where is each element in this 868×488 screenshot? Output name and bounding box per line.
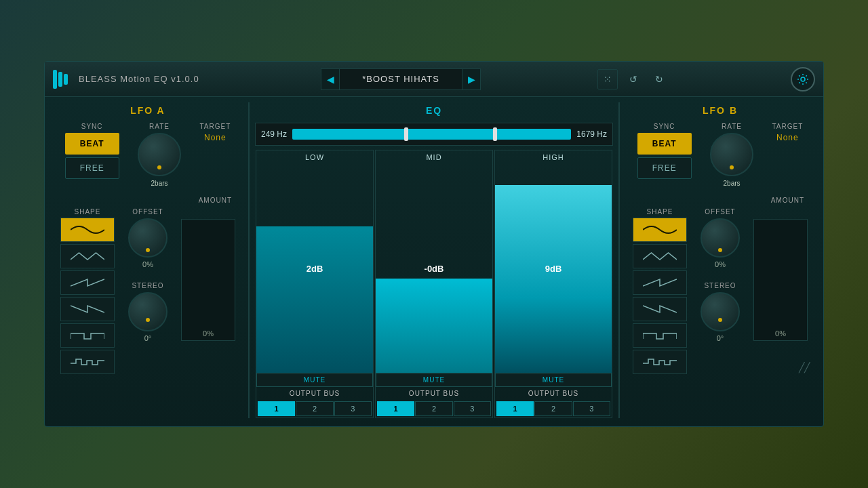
lfo-a-target-label: TARGET: [199, 123, 231, 130]
lfo-b-sync-col: SYNC BEAT FREE: [637, 123, 692, 179]
lfo-a-stereo-knob[interactable]: [128, 292, 167, 331]
divider-left: [248, 102, 250, 418]
lfo-a-amount-bar[interactable]: 0%: [181, 219, 235, 341]
eq-band-low-output-bus-label: OUTPUT BUS: [256, 388, 373, 399]
lfo-a-target-value: None: [204, 133, 226, 142]
lfo-b-shape-square[interactable]: [633, 323, 687, 348]
eq-title: EQ: [255, 102, 613, 119]
lfo-a-rate-value: 2bars: [151, 180, 168, 187]
lfo-a-shape-label: SHAPE: [75, 208, 101, 216]
lfo-a-rate-col: RATE 2bars: [138, 123, 181, 190]
eq-band-mid-mute[interactable]: MUTE: [376, 373, 492, 387]
lfo-a-shape-square[interactable]: [60, 323, 115, 348]
eq-band-high: HIGH 9dB MUTE OUTPUT BUS 1 2 3: [494, 150, 612, 418]
lfo-b-offset-value: 0%: [715, 260, 726, 268]
undo-button[interactable]: ↺: [623, 69, 644, 89]
lfo-b-shape-label: SHAPE: [647, 208, 673, 216]
lfo-b-amount-bar[interactable]: 0%: [753, 219, 808, 341]
eq-band-low-visual[interactable]: 2dB: [256, 164, 373, 373]
lfo-b-target-col: TARGET None: [772, 123, 803, 142]
preset-prev-button[interactable]: ◀: [321, 68, 340, 90]
lfo-b-rate-knob[interactable]: 2bars: [710, 133, 753, 176]
eq-band-high-visual[interactable]: 9dB: [495, 164, 612, 373]
logo-bar-1: [53, 70, 57, 89]
lfo-b-beat-button[interactable]: BEAT: [637, 133, 692, 155]
eq-band-low-bus-3[interactable]: 3: [334, 401, 372, 416]
lfo-a-target-col: TARGET None: [199, 123, 231, 142]
freq-handle-low[interactable]: [404, 127, 408, 141]
lfo-b-shape-random[interactable]: [633, 350, 687, 374]
lfo-a-offset-value: 0%: [142, 260, 153, 268]
lfo-b-shape-sawtooth[interactable]: [633, 270, 687, 295]
eq-band-mid-bus-3[interactable]: 3: [454, 401, 491, 416]
lfo-a-shape-col: SHAPE: [60, 208, 115, 374]
freq-high-value: 1679 Hz: [576, 129, 607, 139]
lfo-b-offset-knob[interactable]: [701, 218, 740, 258]
lfo-a-bottom-row: SHAPE: [53, 208, 243, 374]
lfo-b-target-value: None: [776, 133, 799, 142]
lfo-b-stereo-value: 0°: [717, 334, 724, 342]
lfo-b-shape-ramp[interactable]: [633, 297, 687, 321]
lfo-a-shape-sine[interactable]: [60, 218, 115, 242]
lfo-b-offset-col: OFFSET 0% STEREO 0°: [701, 208, 740, 342]
lfo-a-stereo-value: 0°: [144, 334, 152, 342]
eq-band-high-db: 9dB: [545, 264, 562, 274]
eq-band-high-bus-1[interactable]: 1: [496, 401, 534, 416]
eq-band-mid-bus-1[interactable]: 1: [377, 401, 414, 416]
lfo-b-target-label: TARGET: [772, 123, 803, 130]
eq-band-low-mute[interactable]: MUTE: [256, 373, 373, 387]
header-icons: ⁙ ↺ ↻: [597, 69, 675, 89]
eq-band-high-bus-2[interactable]: 2: [534, 401, 572, 416]
eq-band-low-bus-2[interactable]: 2: [296, 401, 333, 416]
lfo-a-shape-ramp[interactable]: [60, 297, 115, 321]
lfo-a-rate-knob[interactable]: 2bars: [138, 133, 181, 176]
lfo-b-amount-label: AMOUNT: [771, 197, 804, 204]
lfo-a-stereo-label: STEREO: [132, 282, 163, 289]
lfo-b-stereo-knob-dot: [718, 318, 722, 322]
eq-band-low-label: LOW: [256, 150, 373, 164]
preset-next-button[interactable]: ▶: [462, 68, 481, 90]
header: BLEASS Motion EQ v1.0.0 ◀ *BOOST HIHATS …: [45, 62, 823, 97]
lfo-b-shape-sine[interactable]: [633, 218, 687, 242]
eq-band-mid-visual[interactable]: -0dB: [376, 164, 492, 373]
eq-band-low-bus-1[interactable]: 1: [258, 401, 295, 416]
lfo-a-amount-bar-col: 0%: [181, 219, 235, 341]
lfo-b-amount-value: 0%: [754, 329, 807, 338]
lfo-b-bottom-row: SHAPE: [625, 208, 815, 374]
lfo-a-offset-knob-dot: [146, 248, 150, 252]
eq-band-low-footer: MUTE OUTPUT BUS 1 2 3: [256, 373, 373, 418]
preset-name: *BOOST HIHATS: [340, 68, 462, 90]
lfo-b-panel: LFO B SYNC BEAT FREE RATE 2bars: [625, 102, 815, 418]
lfo-a-beat-button[interactable]: BEAT: [65, 133, 119, 155]
eq-panel: EQ 249 Hz 1679 Hz LOW 2dB: [255, 102, 613, 418]
freq-slider[interactable]: 249 Hz 1679 Hz: [255, 123, 613, 146]
logo-bar-2: [58, 72, 62, 87]
lfo-b-rate-value: 2bars: [724, 180, 741, 187]
eq-band-low-db: 2dB: [307, 264, 323, 274]
redo-button[interactable]: ↻: [649, 69, 669, 89]
lfo-a-shape-random[interactable]: [60, 350, 115, 374]
freq-range-bar[interactable]: [292, 129, 571, 140]
lfo-a-shape-triangle[interactable]: [60, 244, 115, 268]
lfo-a-amount-value: 0%: [182, 329, 235, 338]
lfo-a-free-button[interactable]: FREE: [65, 157, 119, 179]
eq-band-mid-bus-buttons: 1 2 3: [376, 400, 492, 418]
eq-band-high-footer: MUTE OUTPUT BUS 1 2 3: [495, 373, 612, 418]
eq-band-high-mute[interactable]: MUTE: [495, 373, 612, 387]
grid-icon-button[interactable]: ⁙: [597, 69, 618, 89]
eq-bands: LOW 2dB MUTE OUTPUT BUS 1 2 3: [255, 150, 613, 418]
lfo-a-sync-label: SYNC: [81, 123, 103, 130]
lfo-b-free-button[interactable]: FREE: [637, 157, 692, 179]
lfo-b-stereo-knob[interactable]: [701, 292, 740, 331]
lfo-a-offset-knob[interactable]: [128, 218, 167, 258]
eq-band-high-bus-3[interactable]: 3: [573, 401, 610, 416]
lfo-b-shape-col: SHAPE: [633, 208, 687, 374]
freq-handle-high[interactable]: [493, 127, 497, 141]
settings-icon[interactable]: [791, 67, 815, 92]
lfo-a-shape-sawtooth[interactable]: [60, 270, 115, 295]
eq-band-mid-db: -0dB: [425, 264, 444, 274]
lfo-a-amount-section: AMOUNT: [53, 197, 243, 204]
lfo-b-title: LFO B: [625, 102, 815, 119]
lfo-b-shape-triangle[interactable]: [633, 244, 687, 268]
eq-band-mid-bus-2[interactable]: 2: [415, 401, 452, 416]
